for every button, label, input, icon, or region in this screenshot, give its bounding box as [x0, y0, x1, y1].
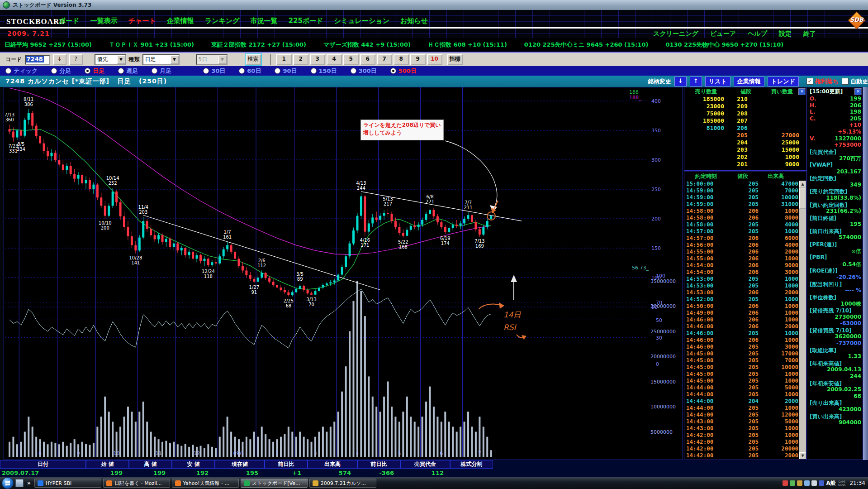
taskbar-task[interactable]: Yahoo!天気情報 - ... [172, 479, 239, 488]
table-row[interactable]: 14:58:002068000 [684, 214, 806, 221]
start-button[interactable] [2, 477, 14, 489]
table-row[interactable]: 14:57:002066000 [684, 235, 806, 241]
table-row[interactable]: 14:59:0020531000 [684, 201, 806, 207]
radio-icon[interactable] [152, 68, 157, 74]
checkbox[interactable]: ✓ [806, 78, 813, 85]
scroll-up-icon[interactable]: ▲ [799, 181, 806, 187]
menu-item[interactable]: お知らせ [400, 17, 428, 25]
radio-icon[interactable] [5, 68, 11, 74]
table-row[interactable]: 14:45:002057000 [684, 357, 806, 364]
menu-item[interactable]: ランキング [205, 17, 240, 25]
radio-150日[interactable]: 150日 [311, 67, 337, 75]
info-button[interactable]: トレンド [768, 77, 799, 86]
page-button-1[interactable]: 1 [276, 54, 292, 65]
table-row[interactable]: 14:42:002052000 [684, 452, 806, 459]
quick-launch-icon[interactable] [15, 479, 24, 487]
display-icon[interactable] [797, 480, 802, 486]
taskbar-task[interactable]: HYPER SBI [34, 479, 101, 488]
table-row[interactable]: 14:42:0020520000 [684, 445, 806, 452]
radio-分足[interactable]: 分足 [51, 67, 71, 75]
checkbox[interactable] [842, 78, 849, 85]
volume-icon[interactable] [811, 480, 817, 486]
type-select[interactable]: 日足▼ [142, 54, 180, 65]
menu-item[interactable]: ボード [59, 17, 80, 25]
taskbar-task[interactable]: 2009.7.21カルソ... [309, 479, 376, 488]
table-row[interactable]: 14:58:002061000 [684, 207, 806, 214]
priority-select[interactable]: 優先▼ [95, 54, 126, 65]
table-row[interactable]: 14:46:002051000 [684, 330, 806, 336]
table-row[interactable]: 14:52:002051000 [684, 296, 806, 302]
table-row[interactable]: 14:53:002051000 [684, 282, 806, 289]
table-row[interactable]: 14:46:002061000 [684, 316, 806, 323]
code-input[interactable]: 7248 [25, 55, 50, 65]
ime-indicator[interactable]: A般 [826, 479, 836, 487]
radio-ティック[interactable]: ティック [5, 67, 38, 75]
table-row[interactable]: 185000207 [684, 117, 806, 125]
radio-icon[interactable] [239, 68, 245, 74]
scrollbar-thumb[interactable] [799, 188, 806, 209]
table-row[interactable]: 20527000 [684, 132, 806, 139]
table-row[interactable]: 75000208 [684, 110, 806, 117]
radio-icon[interactable] [351, 68, 356, 74]
table-row[interactable]: 14:42:002051000 [684, 431, 806, 438]
taskbar-task[interactable]: ストックボード[Ve... [241, 479, 308, 488]
taskbar-task[interactable]: 日記を書く - Mozil... [103, 479, 170, 488]
menu-item[interactable]: チャート [128, 17, 156, 25]
radio-60日[interactable]: 60日 [239, 67, 261, 75]
table-row[interactable]: 14:44:0020512000 [684, 411, 806, 418]
table-row[interactable]: 15:00:0020547000 [684, 180, 806, 187]
page-button-7[interactable]: 7 [377, 54, 392, 65]
menu-item[interactable]: ヘルプ [748, 30, 767, 38]
messenger-icon[interactable] [819, 480, 824, 486]
radio-週足[interactable]: 週足 [118, 67, 138, 75]
table-row[interactable]: 14:46:002053000 [684, 343, 806, 350]
table-row[interactable]: 14:53:002051000 [684, 275, 806, 282]
chart-canvas[interactable]: 7/133607/233318/53348/1138610/1020010/14… [4, 87, 683, 460]
table-row[interactable]: 14:45:002051000 [684, 370, 806, 377]
updater-icon[interactable] [790, 480, 795, 486]
table-row[interactable]: 14:54:002069000 [684, 262, 806, 268]
table-row[interactable]: 14:50:002061000 [684, 302, 806, 309]
page-button-3[interactable]: 3 [310, 54, 325, 65]
help-button[interactable]: ? [69, 54, 83, 65]
info-button[interactable]: ↑ [690, 77, 702, 86]
radio-30日[interactable]: 30日 [203, 67, 225, 75]
table-row[interactable]: 20425000 [684, 139, 806, 146]
page-button-5[interactable]: 5 [343, 54, 359, 65]
menu-item[interactable]: 企業情報 [167, 17, 194, 25]
table-row[interactable]: 14:44:002051000 [684, 404, 806, 411]
table-row[interactable]: 14:55:002061000 [684, 255, 806, 262]
table-row[interactable]: 14:44:002055000 [684, 384, 806, 391]
page-button-10[interactable]: 10 [427, 54, 442, 65]
radio-icon[interactable] [390, 68, 396, 74]
table-row[interactable]: 14:43:002051000 [684, 425, 806, 431]
info-button[interactable]: 企業情報 [734, 77, 764, 86]
security-icon[interactable] [783, 480, 788, 486]
table-row[interactable]: 14:46:002062000 [684, 323, 806, 330]
menu-item[interactable]: 225ボード [289, 17, 323, 25]
table-row[interactable]: 14:59:0020510000 [684, 194, 806, 201]
table-row[interactable]: 23000209 [684, 103, 806, 110]
radio-icon[interactable] [203, 68, 209, 74]
radio-月足[interactable]: 月足 [152, 67, 171, 75]
menu-item[interactable]: ビューア [710, 30, 736, 38]
menu-item[interactable]: 終了 [803, 30, 816, 38]
indicator-button[interactable]: 指標 [447, 54, 463, 65]
page-button-2[interactable]: 2 [293, 54, 308, 65]
radio-500日[interactable]: 500日 [390, 67, 417, 75]
table-row[interactable]: 14:53:002062000 [684, 289, 806, 296]
menu-item[interactable]: 設定 [779, 30, 792, 38]
radio-90日[interactable]: 90日 [275, 67, 297, 75]
table-row[interactable]: 2021000 [684, 153, 806, 161]
table-row[interactable]: 14:43:002055000 [684, 418, 806, 425]
page-button-9[interactable]: 9 [410, 54, 426, 65]
radio-icon[interactable] [51, 68, 57, 74]
table-row[interactable]: 14:58:002054000 [684, 221, 806, 228]
taskbar-overflow-chevron[interactable]: » [25, 480, 33, 486]
radio-icon[interactable] [118, 68, 124, 74]
menu-item[interactable]: 一覧表示 [90, 17, 118, 25]
page-button-8[interactable]: 8 [394, 54, 409, 65]
chevron-down-icon[interactable]: ▼ [117, 56, 125, 64]
scroll-down-icon[interactable]: ▼ [799, 452, 806, 459]
network-icon[interactable] [804, 480, 810, 486]
